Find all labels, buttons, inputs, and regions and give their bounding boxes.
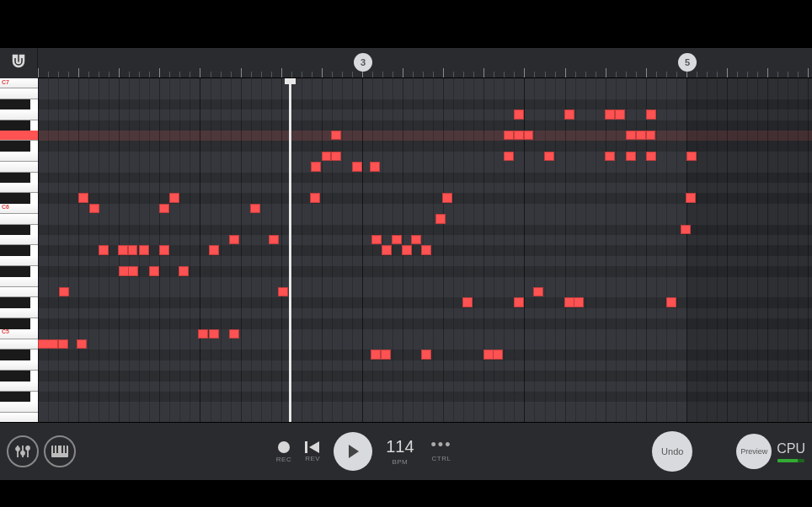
black-key[interactable] xyxy=(0,245,30,255)
midi-note[interactable] xyxy=(421,245,431,254)
midi-note[interactable] xyxy=(574,297,584,307)
midi-note[interactable] xyxy=(615,109,625,119)
black-key[interactable] xyxy=(0,297,30,307)
midi-note[interactable] xyxy=(504,131,514,140)
black-key[interactable] xyxy=(0,392,30,402)
midi-note[interactable] xyxy=(229,235,239,244)
midi-note[interactable] xyxy=(229,329,239,339)
undo-button[interactable]: Undo xyxy=(652,431,692,472)
white-key[interactable] xyxy=(0,88,38,99)
midi-note[interactable] xyxy=(402,245,412,254)
midi-note[interactable] xyxy=(646,152,656,161)
black-key[interactable] xyxy=(0,173,30,183)
midi-note[interactable] xyxy=(198,329,208,339)
midi-note[interactable] xyxy=(250,204,260,213)
midi-note[interactable] xyxy=(411,235,421,244)
white-key[interactable] xyxy=(0,214,38,224)
black-key[interactable] xyxy=(0,225,30,235)
midi-note[interactable] xyxy=(352,162,362,171)
white-key[interactable] xyxy=(0,382,38,392)
white-key[interactable] xyxy=(0,162,38,172)
ctrl-menu-button[interactable]: ••• CTRL xyxy=(431,441,452,462)
midi-note[interactable] xyxy=(209,329,219,339)
bpm-display[interactable]: 114 BPM xyxy=(386,437,414,466)
midi-note[interactable] xyxy=(209,245,219,254)
white-key[interactable] xyxy=(0,308,38,318)
midi-note[interactable] xyxy=(462,297,473,307)
midi-note[interactable] xyxy=(139,245,149,254)
piano-keyboard[interactable]: C7C6C5 xyxy=(0,78,38,422)
midi-note[interactable] xyxy=(149,266,159,275)
midi-note[interactable] xyxy=(435,214,446,223)
midi-note[interactable] xyxy=(77,339,87,349)
midi-note[interactable] xyxy=(514,297,524,307)
black-key[interactable] xyxy=(0,141,30,151)
midi-note[interactable] xyxy=(381,350,391,359)
midi-note[interactable] xyxy=(371,235,382,244)
midi-note[interactable] xyxy=(686,193,696,202)
midi-note[interactable] xyxy=(371,350,381,359)
cpu-meter[interactable]: CPU xyxy=(777,441,805,462)
white-key[interactable] xyxy=(0,109,38,120)
bar-marker[interactable]: 3 xyxy=(354,53,372,72)
midi-note[interactable] xyxy=(59,287,69,296)
midi-note[interactable] xyxy=(269,235,279,244)
white-key[interactable] xyxy=(0,131,38,141)
white-key[interactable] xyxy=(0,183,38,193)
rewind-button[interactable]: REV xyxy=(305,441,320,462)
white-key[interactable] xyxy=(0,360,38,371)
black-key[interactable] xyxy=(0,318,30,328)
midi-note[interactable] xyxy=(686,152,697,161)
midi-note[interactable] xyxy=(421,350,431,359)
midi-note[interactable] xyxy=(504,152,514,161)
midi-note[interactable] xyxy=(533,287,543,296)
black-key[interactable] xyxy=(0,193,30,203)
white-key[interactable] xyxy=(0,277,38,287)
midi-note[interactable] xyxy=(159,245,169,254)
midi-note[interactable] xyxy=(646,131,655,140)
white-key[interactable] xyxy=(0,402,38,412)
midi-note[interactable] xyxy=(331,152,341,161)
midi-note[interactable] xyxy=(169,193,179,202)
midi-note[interactable] xyxy=(38,339,58,349)
midi-note[interactable] xyxy=(128,245,137,254)
midi-note[interactable] xyxy=(442,193,452,202)
midi-note[interactable] xyxy=(626,131,636,140)
midi-note[interactable] xyxy=(666,297,676,307)
midi-note[interactable] xyxy=(605,109,615,119)
ruler-area[interactable]: 35 xyxy=(38,48,812,77)
black-key[interactable] xyxy=(0,350,30,360)
playhead[interactable] xyxy=(289,78,291,422)
midi-note[interactable] xyxy=(310,193,320,202)
record-button[interactable]: REC xyxy=(276,440,291,463)
midi-note[interactable] xyxy=(331,131,341,140)
midi-note[interactable] xyxy=(78,193,88,202)
midi-note[interactable] xyxy=(58,339,68,349)
white-key[interactable] xyxy=(0,287,38,297)
midi-note[interactable] xyxy=(322,152,331,161)
black-key[interactable] xyxy=(0,266,30,276)
midi-note[interactable] xyxy=(128,266,138,275)
timeline-ruler[interactable]: 35 xyxy=(0,48,812,78)
black-key[interactable] xyxy=(0,99,30,109)
midi-note[interactable] xyxy=(681,225,691,234)
bar-marker[interactable]: 5 xyxy=(678,53,697,72)
white-key[interactable] xyxy=(0,235,38,245)
midi-note[interactable] xyxy=(514,131,524,140)
midi-note[interactable] xyxy=(493,350,503,359)
midi-note[interactable] xyxy=(392,235,402,244)
midi-note[interactable] xyxy=(179,266,189,275)
white-key[interactable] xyxy=(0,339,38,350)
midi-note[interactable] xyxy=(278,287,288,296)
midi-note[interactable] xyxy=(524,131,533,140)
white-key[interactable] xyxy=(0,152,38,162)
midi-note[interactable] xyxy=(118,245,128,254)
midi-note[interactable] xyxy=(159,204,169,213)
midi-note[interactable] xyxy=(646,109,656,119)
midi-note[interactable] xyxy=(564,109,574,119)
black-key[interactable] xyxy=(0,371,30,381)
mixer-button[interactable] xyxy=(7,435,39,467)
midi-note[interactable] xyxy=(99,245,109,254)
midi-note[interactable] xyxy=(544,152,554,161)
preview-button[interactable]: Preview xyxy=(736,434,772,469)
